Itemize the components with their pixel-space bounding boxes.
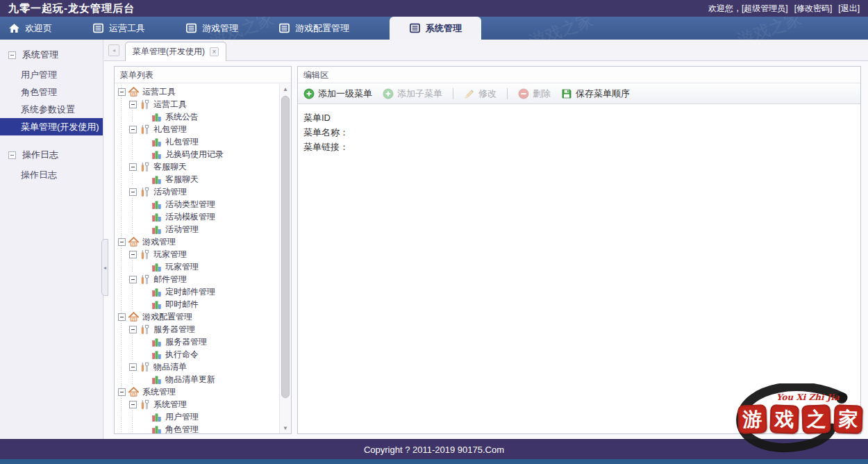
collapse-minus-icon[interactable] bbox=[129, 163, 137, 171]
tab-menu-management[interactable]: 菜单管理(开发使用) × bbox=[125, 42, 226, 61]
sidebar-item[interactable]: 菜单管理(开发使用) bbox=[0, 118, 103, 135]
list-icon bbox=[278, 22, 290, 34]
scroll-down-icon[interactable]: ▼ bbox=[280, 423, 291, 433]
content-area: 菜单列表 运营工具运营工具系统公告礼包管理礼包管理兑换码使用记录客服聊天客服聊天… bbox=[104, 61, 868, 439]
sidebar-item[interactable]: 用户管理 bbox=[0, 66, 103, 83]
tree-node[interactable]: 客服聊天 bbox=[115, 160, 279, 173]
collapse-minus-icon[interactable] bbox=[118, 313, 126, 321]
toolbar-button-6[interactable]: 删除 bbox=[518, 88, 551, 100]
tools-icon bbox=[140, 162, 150, 172]
tree-node[interactable]: 物品清单更新 bbox=[115, 373, 279, 386]
chart-icon bbox=[151, 224, 162, 235]
tree-node[interactable]: 礼包管理 bbox=[115, 123, 279, 135]
collapse-minus-icon[interactable] bbox=[129, 276, 137, 283]
tree-node[interactable]: 活动管理 bbox=[115, 223, 279, 235]
sidebar-section-header[interactable]: 系统管理 bbox=[0, 40, 103, 66]
tree-node[interactable]: 活动管理 bbox=[115, 185, 279, 198]
tree-scrollbar[interactable]: ▲ ▼ bbox=[279, 84, 291, 433]
change-password-link[interactable]: [修改密码] bbox=[794, 3, 833, 15]
collapse-left-icon: ◂ bbox=[103, 265, 106, 271]
collapse-minus-icon[interactable] bbox=[129, 363, 137, 371]
tree-node[interactable]: 运营工具 bbox=[115, 85, 279, 98]
edit-icon bbox=[464, 88, 475, 99]
tree-node-label: 客服聊天 bbox=[165, 174, 199, 185]
tree-node[interactable]: 系统管理 bbox=[115, 386, 279, 398]
collapse-minus-icon[interactable] bbox=[129, 326, 137, 333]
tree-node[interactable]: 用户管理 bbox=[115, 411, 279, 423]
nav-item-2[interactable]: 运营工具 bbox=[92, 17, 145, 40]
collapse-minus-icon[interactable] bbox=[118, 238, 126, 246]
tree-node-label: 兑换码使用记录 bbox=[165, 149, 224, 160]
tree-node[interactable]: 系统公告 bbox=[115, 110, 279, 123]
tree-node[interactable]: 角色管理 bbox=[115, 423, 279, 433]
collapse-minus-icon[interactable] bbox=[129, 126, 137, 133]
close-icon[interactable]: × bbox=[210, 47, 219, 56]
scrollbar-thumb[interactable] bbox=[281, 96, 290, 398]
tree-node-label: 服务器管理 bbox=[153, 324, 195, 335]
tree-node-label: 即时邮件 bbox=[165, 299, 199, 310]
tree-node[interactable]: 服务器管理 bbox=[115, 323, 279, 335]
collapse-minus-icon[interactable] bbox=[129, 101, 137, 108]
house-icon bbox=[128, 312, 139, 322]
scroll-up-icon[interactable]: ▲ bbox=[280, 84, 291, 94]
tree-node-label: 运营工具 bbox=[142, 86, 176, 98]
nav-item-label: 系统管理 bbox=[426, 22, 462, 35]
tree-node[interactable]: 系统管理 bbox=[115, 398, 279, 411]
logout-link[interactable]: [退出] bbox=[838, 3, 860, 15]
tree-node-label: 用户管理 bbox=[165, 411, 199, 423]
tools-icon bbox=[140, 274, 150, 285]
sidebar-item[interactable]: 角色管理 bbox=[0, 83, 103, 101]
toolbar-button-7[interactable]: 保存菜单顺序 bbox=[561, 88, 630, 100]
nav-item-4[interactable]: 游戏配置管理 bbox=[278, 17, 349, 40]
tree-node[interactable]: 执行命令 bbox=[115, 348, 279, 361]
nav-item-1[interactable]: 欢迎页 bbox=[8, 17, 52, 40]
main-nav: 游戏之家 游戏之家 游戏之家 欢迎页运营工具游戏管理游戏配置管理系统管理 bbox=[0, 17, 868, 40]
chart-icon bbox=[151, 412, 162, 422]
chart-icon bbox=[151, 374, 162, 385]
tree-node[interactable]: 即时邮件 bbox=[115, 298, 279, 310]
toolbar-button-2[interactable]: 添加子菜单 bbox=[383, 88, 442, 100]
toolbar-button-1[interactable]: 添加一级菜单 bbox=[303, 88, 372, 100]
tree-node[interactable]: 定时邮件管理 bbox=[115, 285, 279, 298]
tools-icon bbox=[140, 362, 150, 372]
collapse-minus-icon[interactable] bbox=[118, 388, 126, 396]
tree-node[interactable]: 客服聊天 bbox=[115, 173, 279, 185]
collapse-minus-icon[interactable] bbox=[118, 88, 126, 96]
tree-node[interactable]: 活动模板管理 bbox=[115, 210, 279, 223]
sidebar-section-header[interactable]: 操作日志 bbox=[0, 140, 103, 166]
toolbar-button-label: 删除 bbox=[533, 88, 551, 100]
tree-node[interactable]: 礼包管理 bbox=[115, 135, 279, 148]
workarea: ◂ 菜单管理(开发使用) × 菜单列表 运营工具运营工具系统公告礼包管理礼包管理… bbox=[104, 40, 868, 439]
nav-item-3[interactable]: 游戏管理 bbox=[185, 17, 238, 40]
collapse-minus-icon[interactable] bbox=[129, 188, 137, 196]
tree-node[interactable]: 玩家管理 bbox=[115, 248, 279, 260]
tab-scroll-left-button[interactable]: ◂ bbox=[108, 44, 119, 56]
titlebar: 九零一起玩-龙女管理后台 欢迎您，[超级管理员] [修改密码] [退出] bbox=[0, 0, 868, 17]
tools-icon bbox=[140, 124, 150, 135]
sidebar-collapse-handle[interactable]: ◂ bbox=[101, 239, 108, 296]
sidebar-item[interactable]: 系统参数设置 bbox=[0, 101, 103, 118]
tree-node[interactable]: 活动类型管理 bbox=[115, 198, 279, 210]
collapse-minus-icon[interactable] bbox=[129, 251, 137, 258]
footer: Copyright ? 2011-2019 90175.Com bbox=[0, 439, 868, 459]
list-icon bbox=[92, 22, 104, 34]
tree-node-label: 玩家管理 bbox=[153, 249, 187, 260]
welcome-text: 欢迎您，[超级管理员] bbox=[708, 3, 788, 15]
nav-item-5[interactable]: 系统管理 bbox=[390, 17, 481, 40]
tree-node[interactable]: 游戏管理 bbox=[115, 235, 279, 248]
tree-node[interactable]: 兑换码使用记录 bbox=[115, 148, 279, 160]
tree-node-label: 执行命令 bbox=[165, 349, 199, 361]
toolbar-button-label: 保存菜单顺序 bbox=[576, 88, 630, 100]
tree-node[interactable]: 服务器管理 bbox=[115, 335, 279, 348]
tree-node[interactable]: 玩家管理 bbox=[115, 260, 279, 273]
sidebar-item[interactable]: 操作日志 bbox=[0, 166, 103, 183]
chart-icon bbox=[151, 212, 162, 222]
toolbar-button-4[interactable]: 修改 bbox=[464, 88, 496, 100]
tree-node[interactable]: 物品清单 bbox=[115, 361, 279, 373]
collapse-minus-icon[interactable] bbox=[129, 401, 137, 408]
tree-node[interactable]: 游戏配置管理 bbox=[115, 310, 279, 323]
form-field-label: 菜单名称： bbox=[303, 125, 855, 140]
tree-node-label: 玩家管理 bbox=[165, 261, 199, 273]
tree-node[interactable]: 运营工具 bbox=[115, 98, 279, 110]
tree-node[interactable]: 邮件管理 bbox=[115, 273, 279, 285]
